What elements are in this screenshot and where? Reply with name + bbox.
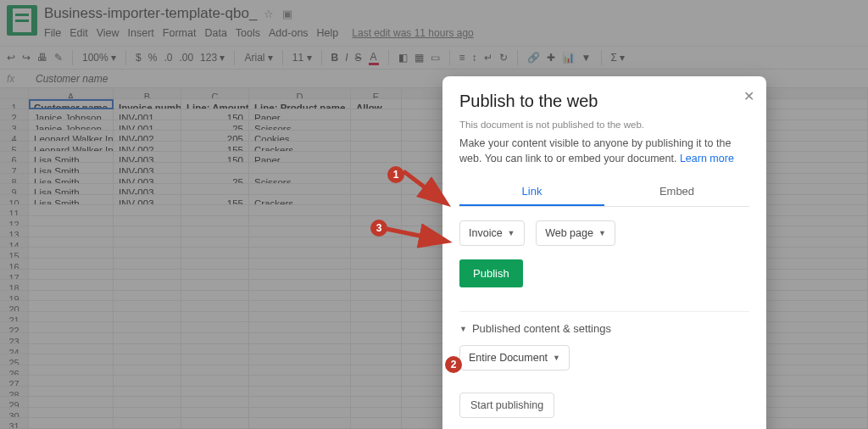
empty-cell[interactable] <box>181 226 249 237</box>
empty-cell[interactable] <box>29 365 114 376</box>
close-icon[interactable]: ✕ <box>743 88 754 104</box>
empty-cell[interactable] <box>29 354 114 365</box>
row-number[interactable]: 23 <box>0 333 29 344</box>
empty-cell[interactable] <box>114 205 181 216</box>
data-cell[interactable]: INV-003 <box>114 195 181 206</box>
document-title[interactable]: Business-importer-template-qbo_ <box>44 5 257 22</box>
empty-cell[interactable] <box>29 408 114 419</box>
empty-cell[interactable] <box>114 418 181 429</box>
empty-cell[interactable] <box>181 301 249 312</box>
data-cell[interactable]: 155 <box>181 195 249 206</box>
empty-cell[interactable] <box>181 259 249 270</box>
menu-insert[interactable]: Insert <box>128 27 154 39</box>
row-number[interactable]: 29 <box>0 397 29 408</box>
empty-cell[interactable] <box>29 270 114 281</box>
tab-embed[interactable]: Embed <box>604 178 749 206</box>
menu-file[interactable]: File <box>44 27 61 39</box>
menu-tools[interactable]: Tools <box>236 27 260 39</box>
row-number[interactable]: 9 <box>0 184 29 195</box>
data-cell[interactable]: 205 <box>181 131 249 142</box>
wrap-icon[interactable]: ↵ <box>484 52 492 64</box>
data-cell[interactable]: Scissors <box>249 174 351 185</box>
paint-format-icon[interactable]: ✎ <box>54 52 63 64</box>
empty-cell[interactable] <box>351 408 402 419</box>
col-header[interactable]: C <box>181 88 249 99</box>
empty-cell[interactable] <box>181 248 249 259</box>
empty-cell[interactable] <box>114 259 181 270</box>
empty-cell[interactable] <box>29 333 114 344</box>
empty-cell[interactable] <box>181 376 249 387</box>
empty-cell[interactable] <box>249 280 351 291</box>
empty-cell[interactable] <box>249 216 351 227</box>
row-number[interactable]: 21 <box>0 312 29 323</box>
empty-cell[interactable] <box>114 301 181 312</box>
bold-btn[interactable]: B <box>331 52 339 64</box>
corner-cell[interactable] <box>0 88 29 99</box>
col-header[interactable]: A <box>29 88 114 99</box>
empty-cell[interactable] <box>114 248 181 259</box>
empty-cell[interactable] <box>181 280 249 291</box>
data-cell[interactable] <box>249 163 351 174</box>
empty-cell[interactable] <box>351 333 402 344</box>
published-settings-accordion[interactable]: ▼ Published content & settings <box>459 322 749 335</box>
menu-view[interactable]: View <box>97 27 120 39</box>
col-header[interactable]: D <box>249 88 351 99</box>
menu-addons[interactable]: Add-ons <box>269 27 309 39</box>
font-size-select[interactable]: 11 ▾ <box>292 52 312 64</box>
header-cell[interactable]: Allow <box>351 99 402 110</box>
data-cell[interactable]: INV-003 <box>114 152 181 163</box>
empty-cell[interactable] <box>249 344 351 355</box>
empty-cell[interactable] <box>249 365 351 376</box>
data-cell[interactable]: Lisa Smith <box>29 152 114 163</box>
row-number[interactable]: 28 <box>0 387 29 398</box>
empty-cell[interactable] <box>249 376 351 387</box>
borders-icon[interactable]: ▦ <box>415 52 424 64</box>
data-cell[interactable]: Leonard Walker Inc <box>29 142 114 153</box>
data-cell[interactable] <box>351 152 402 163</box>
empty-cell[interactable] <box>181 387 249 398</box>
halign-icon[interactable]: ≡ <box>459 52 465 64</box>
data-cell[interactable]: INV-002 <box>114 131 181 142</box>
data-cell[interactable]: INV-001 <box>114 120 181 131</box>
menu-help[interactable]: Help <box>317 27 339 39</box>
empty-cell[interactable] <box>181 291 249 302</box>
data-cell[interactable]: INV-003 <box>114 174 181 185</box>
empty-cell[interactable] <box>114 387 181 398</box>
fill-color-icon[interactable]: ◧ <box>398 52 408 64</box>
empty-cell[interactable] <box>114 237 181 248</box>
row-number[interactable]: 13 <box>0 226 29 237</box>
publish-button[interactable]: Publish <box>459 259 523 287</box>
empty-cell[interactable] <box>114 312 181 323</box>
empty-cell[interactable] <box>181 354 249 365</box>
empty-cell[interactable] <box>351 280 402 291</box>
empty-cell[interactable] <box>351 248 402 259</box>
row-number[interactable]: 3 <box>0 120 29 131</box>
empty-cell[interactable] <box>351 397 402 408</box>
redo-icon[interactable]: ↪ <box>22 52 31 64</box>
data-cell[interactable]: Lisa Smith <box>29 195 114 206</box>
empty-cell[interactable] <box>181 237 249 248</box>
menu-data[interactable]: Data <box>204 27 226 39</box>
currency-btn[interactable]: $ <box>136 52 142 64</box>
data-cell[interactable] <box>351 195 402 206</box>
data-cell[interactable] <box>351 109 402 120</box>
functions-icon[interactable]: Σ ▾ <box>611 52 626 64</box>
empty-cell[interactable] <box>249 333 351 344</box>
learn-more-link[interactable]: Learn more <box>680 153 734 164</box>
row-number[interactable]: 30 <box>0 408 29 419</box>
row-number[interactable]: 17 <box>0 270 29 281</box>
row-number[interactable]: 4 <box>0 131 29 142</box>
data-cell[interactable]: 155 <box>181 142 249 153</box>
formula-bar-content[interactable]: Customer name <box>36 73 108 85</box>
data-cell[interactable]: Crackers <box>249 195 351 206</box>
data-cell[interactable]: Paper <box>249 152 351 163</box>
percent-btn[interactable]: % <box>148 52 158 64</box>
data-cell[interactable]: INV-003 <box>114 184 181 195</box>
empty-cell[interactable] <box>181 216 249 227</box>
start-publishing-button[interactable]: Start publishing <box>459 393 554 418</box>
text-color-btn[interactable]: A <box>369 51 379 65</box>
empty-cell[interactable] <box>249 397 351 408</box>
decimals-dec-btn[interactable]: .0 <box>164 52 172 64</box>
data-cell[interactable]: Cookies <box>249 131 351 142</box>
empty-cell[interactable] <box>249 259 351 270</box>
